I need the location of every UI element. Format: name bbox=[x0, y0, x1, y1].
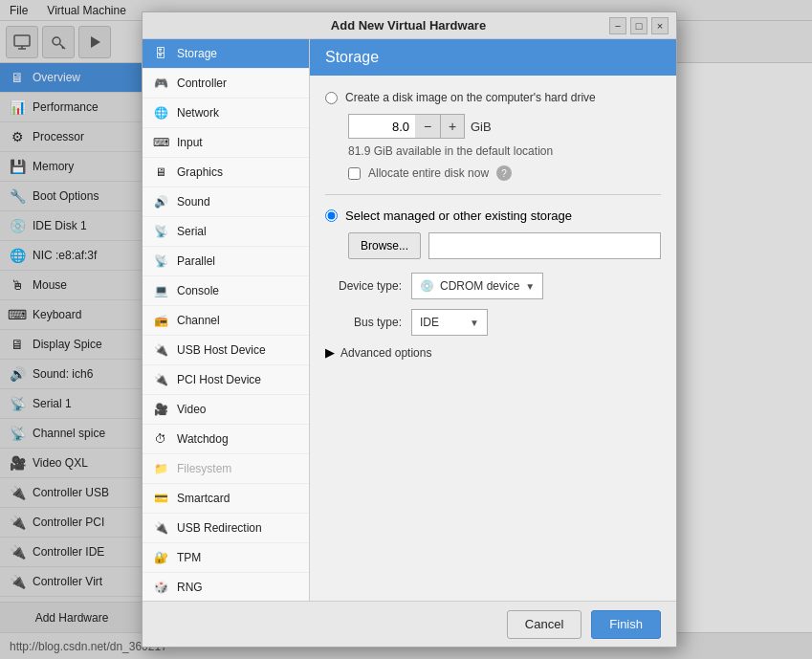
dialog-list-icon: 📻 bbox=[152, 312, 169, 329]
dialog-right-content: Storage Create a disk image on the compu… bbox=[310, 39, 676, 601]
dialog-list-item-network[interactable]: 🌐Network bbox=[143, 99, 309, 128]
dialog-footer: Cancel Finish bbox=[143, 601, 676, 647]
dialog-list-label: Network bbox=[177, 106, 219, 120]
add-hardware-dialog: Add New Virtual Hardware − □ × 🗄Storage🎮… bbox=[142, 11, 677, 648]
dialog-list-label: TPM bbox=[177, 551, 201, 564]
dialog-list-item-video[interactable]: 🎥Video bbox=[143, 395, 309, 425]
dialog-list-item-rng[interactable]: 🎲RNG bbox=[143, 573, 309, 601]
dialog-list-label: Sound bbox=[177, 195, 210, 209]
dialog-list-icon: 🔌 bbox=[152, 341, 169, 359]
device-type-value: CDROM device bbox=[440, 279, 519, 293]
dialog-list-label: Graphics bbox=[177, 165, 223, 179]
dialog-body: 🗄Storage🎮Controller🌐Network⌨Input🖥Graphi… bbox=[143, 39, 676, 601]
disk-size-input[interactable] bbox=[348, 114, 415, 139]
dialog-list-label: RNG bbox=[177, 581, 203, 594]
dialog-list-item-sound[interactable]: 🔊Sound bbox=[143, 187, 309, 217]
dialog-list-label: PCI Host Device bbox=[177, 373, 261, 386]
advanced-arrow-icon: ▶ bbox=[325, 345, 335, 360]
advanced-options-row[interactable]: ▶ Advanced options bbox=[325, 345, 661, 360]
dialog-list-icon: 🎲 bbox=[152, 579, 169, 596]
disk-size-plus-btn[interactable]: + bbox=[440, 114, 465, 139]
device-type-arrow-icon: ▼ bbox=[525, 281, 535, 292]
create-disk-label: Create a disk image on the computer's ha… bbox=[345, 91, 596, 104]
create-disk-radio-row: Create a disk image on the computer's ha… bbox=[325, 91, 661, 104]
select-storage-radio-row: Select managed or other existing storage bbox=[325, 209, 661, 223]
device-type-row: Device type: 💿 CDROM device ▼ bbox=[325, 273, 661, 299]
device-type-dropdown[interactable]: 💿 CDROM device ▼ bbox=[411, 273, 543, 299]
dialog-list-item-usb-host-device[interactable]: 🔌USB Host Device bbox=[143, 336, 309, 365]
allocate-checkbox-row: Allocate entire disk now ? bbox=[348, 165, 661, 181]
dialog-list-label: Input bbox=[177, 136, 203, 149]
bus-type-row: Bus type: IDE ▼ bbox=[325, 309, 661, 336]
dialog-hardware-list: 🗄Storage🎮Controller🌐Network⌨Input🖥Graphi… bbox=[143, 39, 310, 601]
dialog-list-item-input[interactable]: ⌨Input bbox=[143, 128, 309, 158]
dialog-list-item-smartcard[interactable]: 💳Smartcard bbox=[143, 484, 309, 514]
bus-type-dropdown[interactable]: IDE ▼ bbox=[411, 309, 488, 336]
dialog-list-item-controller[interactable]: 🎮Controller bbox=[143, 69, 309, 99]
dialog-list-label: USB Host Device bbox=[177, 343, 266, 357]
dialog-list-label: Console bbox=[177, 284, 219, 297]
dialog-list-item-tpm[interactable]: 🔐TPM bbox=[143, 543, 309, 573]
available-space-text: 81.9 GiB available in the default locati… bbox=[348, 144, 661, 158]
device-type-icon: 💿 bbox=[420, 279, 434, 293]
dialog-list-icon: 🎥 bbox=[152, 401, 169, 418]
browse-path-input[interactable] bbox=[428, 232, 661, 259]
dialog-list-item-pci-host-device[interactable]: 🔌PCI Host Device bbox=[143, 365, 309, 395]
dialog-list-icon: 🔌 bbox=[152, 519, 169, 537]
dialog-list-icon: 🔐 bbox=[152, 549, 169, 566]
dialog-list-icon: 💳 bbox=[152, 490, 169, 507]
create-disk-radio[interactable] bbox=[325, 92, 338, 104]
bus-type-label: Bus type: bbox=[325, 316, 402, 329]
select-storage-label: Select managed or other existing storage bbox=[345, 209, 572, 223]
dialog-title: Add New Virtual Hardware bbox=[208, 18, 609, 33]
dialog-list-item-serial[interactable]: 📡Serial bbox=[143, 217, 309, 247]
dialog-list-item-channel[interactable]: 📻Channel bbox=[143, 306, 309, 336]
dialog-list-icon: 📡 bbox=[152, 253, 169, 270]
dialog-list-label: Controller bbox=[177, 77, 227, 90]
dialog-list-icon: 🌐 bbox=[152, 104, 169, 121]
dialog-controls: − □ × bbox=[609, 17, 669, 34]
dialog-list-label: Filesystem bbox=[177, 462, 231, 475]
dialog-list-item-graphics[interactable]: 🖥Graphics bbox=[143, 158, 309, 187]
browse-row: Browse... bbox=[348, 232, 661, 259]
advanced-options-label: Advanced options bbox=[340, 346, 431, 360]
finish-button[interactable]: Finish bbox=[591, 610, 661, 639]
dialog-list-label: Parallel bbox=[177, 254, 215, 268]
dialog-list-icon: 💻 bbox=[152, 282, 169, 299]
cancel-button[interactable]: Cancel bbox=[507, 610, 582, 639]
browse-button[interactable]: Browse... bbox=[348, 232, 421, 259]
disk-size-row: − + GiB bbox=[348, 114, 661, 139]
device-type-label: Device type: bbox=[325, 279, 402, 293]
allocate-info-icon[interactable]: ? bbox=[496, 165, 512, 181]
dialog-list-item-usb-redirection[interactable]: 🔌USB Redirection bbox=[143, 514, 309, 543]
dialog-close-btn[interactable]: × bbox=[651, 17, 669, 34]
dialog-maximize-btn[interactable]: □ bbox=[630, 17, 647, 34]
gib-label: GiB bbox=[471, 120, 492, 134]
dialog-list-label: Video bbox=[177, 403, 206, 416]
dialog-list-item-parallel[interactable]: 📡Parallel bbox=[143, 247, 309, 276]
dialog-list-icon: 🔌 bbox=[152, 371, 169, 388]
divider bbox=[325, 194, 661, 195]
dialog-list-icon: 📡 bbox=[152, 223, 169, 240]
bus-type-value: IDE bbox=[420, 316, 439, 329]
dialog-list-label: Serial bbox=[177, 225, 207, 238]
disk-size-minus-btn[interactable]: − bbox=[415, 114, 440, 139]
dialog-list-icon: 🖥 bbox=[152, 164, 169, 181]
dialog-list-item-watchdog[interactable]: ⏱Watchdog bbox=[143, 425, 309, 454]
dialog-list-item-console[interactable]: 💻Console bbox=[143, 276, 309, 306]
dialog-list-label: Channel bbox=[177, 314, 220, 327]
dialog-list-icon: 📁 bbox=[152, 460, 169, 477]
dialog-titlebar: Add New Virtual Hardware − □ × bbox=[143, 12, 676, 39]
select-storage-radio[interactable] bbox=[325, 209, 338, 222]
dialog-list-item-storage[interactable]: 🗄Storage bbox=[143, 39, 309, 69]
dialog-list-icon: 🔊 bbox=[152, 193, 169, 210]
dialog-list-label: Watchdog bbox=[177, 432, 229, 446]
storage-section-header: Storage bbox=[310, 39, 676, 76]
allocate-checkbox[interactable] bbox=[348, 167, 361, 180]
dialog-list-icon: ⏱ bbox=[152, 430, 169, 448]
allocate-label: Allocate entire disk now bbox=[368, 166, 489, 180]
dialog-list-label: USB Redirection bbox=[177, 521, 262, 535]
dialog-list-item-filesystem: 📁Filesystem bbox=[143, 454, 309, 484]
dialog-minimize-btn[interactable]: − bbox=[609, 17, 626, 34]
dialog-list-icon: 🎮 bbox=[152, 75, 169, 92]
